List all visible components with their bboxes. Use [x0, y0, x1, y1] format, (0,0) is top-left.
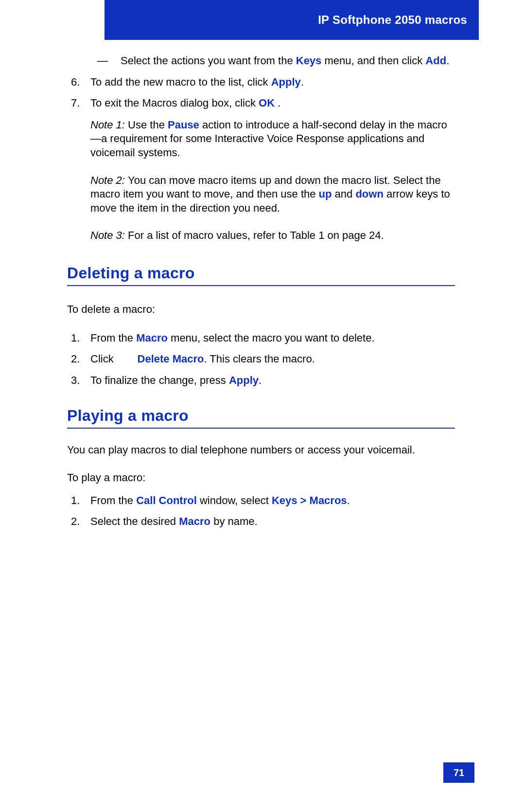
step-text: From the Macro menu, select the macro yo… [90, 331, 455, 345]
step-text: To add the new macro to the list, click … [90, 75, 455, 90]
note-2: Note 2: You can move macro items up and … [90, 174, 455, 216]
down-link: down [355, 188, 383, 200]
page-number: 71 [443, 762, 474, 783]
keys-macros-link: Keys > Macros [272, 494, 347, 506]
macro-link: Macro [179, 515, 210, 527]
delete-step-2: 2. Click Delete Macro. This clears the m… [67, 352, 455, 366]
play-step-1: 1. From the Call Control window, select … [67, 494, 455, 508]
note-1: Note 1: Use the Pause action to introduc… [90, 118, 455, 160]
delete-step-1: 1. From the Macro menu, select the macro… [67, 331, 455, 345]
keys-link: Keys [296, 54, 322, 67]
step-number: 1. [67, 494, 90, 508]
step-text: Select the desired Macro by name. [90, 515, 455, 529]
step-6: 6. To add the new macro to the list, cli… [67, 75, 455, 90]
add-link: Add [425, 54, 446, 67]
call-control-link: Call Control [136, 494, 197, 506]
apply-link: Apply [229, 374, 259, 386]
note-label: Note 1: [90, 119, 128, 131]
page-content: — Select the actions you want from the K… [67, 54, 455, 529]
section-rule [67, 285, 455, 286]
step-number: 2. [67, 352, 90, 366]
note-3: Note 3: For a list of macro values, refe… [90, 229, 455, 243]
step-text: To exit the Macros dialog box, click OK … [90, 96, 455, 110]
dash-item: — Select the actions you want from the K… [97, 54, 455, 68]
step-text: To finalize the change, press Apply. [90, 374, 455, 388]
section-rule [67, 428, 455, 429]
note-label: Note 2: [90, 174, 128, 186]
pause-link: Pause [168, 119, 199, 131]
dash-marker: — [97, 54, 121, 68]
section-playing-title: Playing a macro [67, 407, 455, 427]
step-text: From the Call Control window, select Key… [90, 494, 455, 508]
step-text: Click Delete Macro. This clears the macr… [90, 352, 455, 366]
dash-text: Select the actions you want from the Key… [121, 54, 455, 68]
delete-macro-link: Delete Macro [138, 353, 204, 365]
note-label: Note 3: [90, 229, 128, 241]
playing-intro1: You can play macros to dial telephone nu… [67, 443, 455, 457]
deleting-intro: To delete a macro: [67, 303, 455, 317]
step-number: 1. [67, 331, 90, 345]
header-title: IP Softphone 2050 macros [318, 13, 467, 27]
header-bar: IP Softphone 2050 macros [105, 0, 479, 40]
macro-link: Macro [136, 332, 168, 344]
step-number: 2. [67, 515, 90, 529]
delete-step-3: 3. To finalize the change, press Apply. [67, 374, 455, 388]
step-number: 7. [67, 96, 90, 110]
play-step-2: 2. Select the desired Macro by name. [67, 515, 455, 529]
ok-link: OK [259, 97, 275, 109]
step-number: 3. [67, 374, 90, 388]
step-number: 6. [67, 75, 90, 90]
step-7: 7. To exit the Macros dialog box, click … [67, 96, 455, 110]
up-link: up [319, 188, 332, 200]
apply-link: Apply [271, 76, 301, 88]
playing-intro2: To play a macro: [67, 471, 455, 485]
section-deleting-title: Deleting a macro [67, 264, 455, 284]
